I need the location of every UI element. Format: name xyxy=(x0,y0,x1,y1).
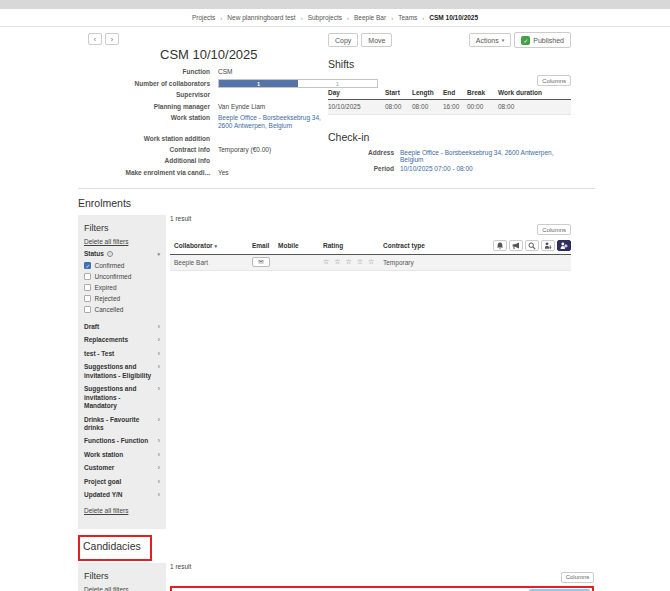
enrolments-result-count: 1 result xyxy=(170,215,571,222)
checkbox-icon[interactable] xyxy=(84,306,91,313)
filter-label: Rejected xyxy=(95,295,121,302)
shifts-col-break: Break xyxy=(467,89,498,96)
filter-group-label: Functions - Function xyxy=(84,437,158,445)
candidacies-section: Filters Delete all filters Status ▾ Pend… xyxy=(78,563,595,591)
chevron-down-icon: ▾ xyxy=(157,251,160,257)
field-value-supervisor xyxy=(218,91,328,99)
export-collaborators-button[interactable] xyxy=(541,240,555,251)
enrolments-col-collaborator[interactable]: Collaborator ▾ xyxy=(170,242,252,249)
shifts-col-length: Length xyxy=(412,89,443,96)
rating-stars[interactable]: ☆ ☆ ☆ ☆ ☆ xyxy=(323,258,383,266)
candidacies-result-count: 1 result xyxy=(170,563,594,570)
delete-all-filters-link-bottom[interactable]: Delete all filters xyxy=(84,507,128,514)
filter-group-suggestions-mandatory[interactable]: Suggestions and invitations - Mandatory› xyxy=(84,385,160,410)
chevron-right-icon: › xyxy=(158,437,160,445)
field-value-function: CSM xyxy=(218,68,328,76)
announce-button[interactable] xyxy=(509,240,523,251)
shifts-heading: Shifts xyxy=(328,58,571,70)
col-label: Collaborator xyxy=(174,242,213,249)
filter-group-project-goal[interactable]: Project goal› xyxy=(84,478,160,486)
filter-group-work-station[interactable]: Work station› xyxy=(84,451,160,459)
enrolments-heading: Enrolments xyxy=(78,197,595,209)
filter-checkbox-confirmed[interactable]: Confirmed xyxy=(84,262,160,269)
published-toggle-button[interactable]: ✓ Published xyxy=(514,32,571,48)
field-label-collaborators: Number of collaborators xyxy=(78,80,218,88)
filter-checkbox-expired[interactable]: Expired xyxy=(84,284,160,291)
search-button[interactable] xyxy=(525,240,539,251)
filter-group-updated-yn[interactable]: Updated Y/N› xyxy=(84,491,160,499)
enrolment-collaborator-name[interactable]: Beeple Bart xyxy=(170,259,252,266)
shifts-col-start: Start xyxy=(385,89,412,96)
breadcrumb-item-teams[interactable]: Teams xyxy=(398,14,417,21)
previous-team-button[interactable]: ‹ xyxy=(88,33,102,45)
add-collaborator-button[interactable] xyxy=(557,240,571,251)
chevron-right-icon: › xyxy=(158,323,160,331)
enrolments-section: Filters Delete all filters Status ▾ Conf… xyxy=(78,215,595,529)
shifts-columns-button[interactable]: Columns xyxy=(537,75,571,86)
breadcrumb-item-subprojects[interactable]: Subprojects xyxy=(308,14,342,21)
enrolments-columns-button[interactable]: Columns xyxy=(537,224,571,235)
shift-row[interactable]: 10/10/2025 08:00 08:00 16:00 00:00 08:00 xyxy=(328,100,571,115)
enrolments-col-email: Email xyxy=(252,242,278,249)
shift-end: 16:00 xyxy=(443,103,467,110)
enrolment-contract-type: Temporary xyxy=(383,259,493,266)
breadcrumb-separator: › xyxy=(422,15,424,21)
chevron-right-icon: › xyxy=(158,464,160,472)
checkbox-icon[interactable] xyxy=(84,284,91,291)
delete-all-filters-link[interactable]: Delete all filters xyxy=(84,238,128,245)
enrolments-col-mobile: Mobile xyxy=(278,242,323,249)
person-download-icon xyxy=(544,242,552,250)
shifts-col-end: End xyxy=(443,89,467,96)
next-team-button[interactable]: › xyxy=(105,33,119,45)
breadcrumb-separator: › xyxy=(391,15,393,21)
checkbox-checked-icon[interactable] xyxy=(84,262,91,269)
filter-group-suggestions-eligibility[interactable]: Suggestions and invitations - Eligibilit… xyxy=(84,363,160,380)
published-label: Published xyxy=(533,37,564,44)
filter-group-label: Updated Y/N xyxy=(84,491,158,499)
filter-checkbox-unconfirmed[interactable]: Unconfirmed xyxy=(84,273,160,280)
email-button[interactable]: ✉ xyxy=(252,257,270,267)
field-label-work-station-addition: Work station addition xyxy=(78,135,218,143)
enrolment-row[interactable]: Beeple Bart ✉ ☆ ☆ ☆ ☆ ☆ Temporary xyxy=(170,255,571,271)
person-plus-icon xyxy=(560,242,568,250)
copy-button[interactable]: Copy xyxy=(328,33,358,47)
filter-group-label: Customer xyxy=(84,464,158,472)
filter-group-replacements[interactable]: Replacements› xyxy=(84,336,160,344)
field-value-additional-info xyxy=(218,157,328,165)
notify-bell-button[interactable] xyxy=(493,240,507,251)
filter-checkbox-cancelled[interactable]: Cancelled xyxy=(84,306,160,313)
field-value-work-station[interactable]: Beeple Office - Borsbeeksebrug 34, 2600 … xyxy=(218,114,328,131)
checkin-address-value[interactable]: Beeple Office - Borsbeeksebrug 34, 2600 … xyxy=(400,149,571,163)
filter-label: Expired xyxy=(95,284,117,291)
candidacies-heading: Candidacies xyxy=(83,540,141,552)
filter-group-draft[interactable]: Draft› xyxy=(84,323,160,331)
chevron-down-icon: ▾ xyxy=(502,37,505,43)
breadcrumb-item-projects[interactable]: Projects xyxy=(192,14,215,21)
search-icon xyxy=(528,242,536,250)
enrolments-col-contract-type: Contract type xyxy=(383,242,493,249)
checkin-period-label: Period xyxy=(328,165,400,172)
breadcrumb-item-beeple-bar[interactable]: Beeple Bar xyxy=(354,14,386,21)
shift-break: 00:00 xyxy=(467,103,498,110)
breadcrumb-separator: › xyxy=(347,15,349,21)
chevron-right-icon: › xyxy=(158,385,160,410)
move-button[interactable]: Move xyxy=(361,33,392,47)
status-filter-header[interactable]: Status ▾ xyxy=(84,250,160,257)
filter-group-functions[interactable]: Functions - Function› xyxy=(84,437,160,445)
filter-group-label: Draft xyxy=(84,323,158,331)
checkbox-icon[interactable] xyxy=(84,273,91,280)
candidacies-columns-button[interactable]: Columns xyxy=(561,572,595,583)
filter-checkbox-rejected[interactable]: Rejected xyxy=(84,295,160,302)
checkbox-icon[interactable] xyxy=(84,295,91,302)
checkin-period-value: 10/10/2025 07:00 - 08:00 xyxy=(400,165,571,172)
breadcrumb-separator: › xyxy=(220,15,222,21)
delete-all-filters-link[interactable]: Delete all filters xyxy=(84,586,128,591)
sort-caret-icon: ▾ xyxy=(214,243,217,249)
actions-dropdown-button[interactable]: Actions ▾ xyxy=(469,33,511,47)
filter-group-customer[interactable]: Customer› xyxy=(84,464,160,472)
filter-group-test[interactable]: test - Test› xyxy=(84,350,160,358)
filter-group-drinks[interactable]: Drinks - Favourite drinks› xyxy=(84,416,160,433)
breadcrumb-item-planningboard[interactable]: New planningboard test xyxy=(227,14,295,21)
shift-work-duration: 08:00 xyxy=(498,103,571,110)
filter-group-label: Project goal xyxy=(84,478,158,486)
